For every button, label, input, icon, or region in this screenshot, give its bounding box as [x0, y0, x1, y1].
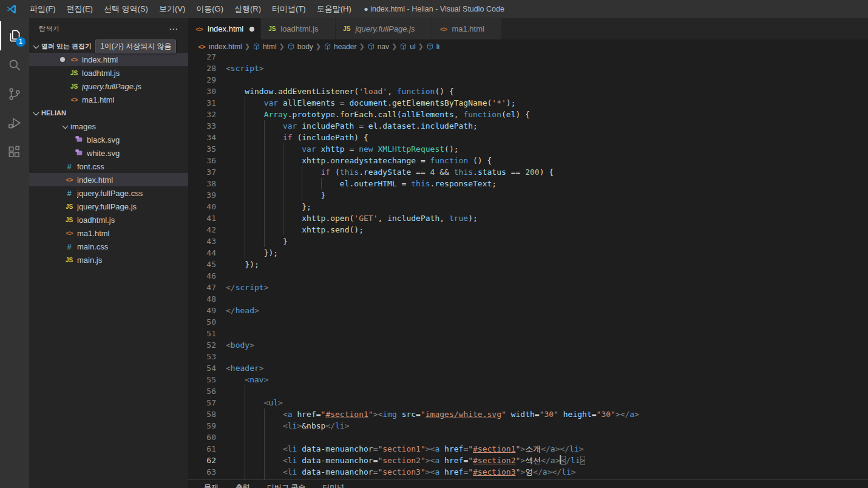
code-line[interactable]: 48 [188, 293, 868, 305]
panel-tab-문제[interactable]: 문제 [204, 483, 219, 488]
line-number[interactable]: 59 [188, 420, 216, 432]
code-line[interactable]: 38 el.outerHTML = this.responseText; [188, 178, 868, 189]
line-number[interactable]: 29 [188, 74, 216, 86]
breadcrumb-item-html[interactable]: html [253, 42, 277, 51]
file-item-jquery.fullPage.css[interactable]: #jquery.fullPage.css [29, 186, 188, 200]
code-line[interactable]: 31 var allElements = document.getElement… [188, 97, 868, 109]
code-line[interactable]: 44 }); [188, 247, 868, 259]
breadcrumb-item-li[interactable]: li [426, 42, 439, 51]
menu-item[interactable]: 편집(E) [61, 0, 98, 18]
file-item-loadhtml.js[interactable]: JSloadhtml.js [29, 213, 188, 226]
code-line[interactable]: 33 var includePath = el.dataset.includeP… [188, 120, 868, 132]
line-number[interactable]: 62 [188, 455, 216, 466]
open-editor-item[interactable]: <>index.html [29, 53, 188, 66]
activity-run-debug-icon[interactable] [0, 109, 29, 138]
line-number[interactable]: 36 [188, 155, 216, 166]
line-number[interactable]: 60 [188, 432, 216, 443]
panel-tab-디버그 콘솔[interactable]: 디버그 콘솔 [267, 483, 305, 488]
breadcrumb-item-header[interactable]: header [324, 42, 356, 51]
menu-item[interactable]: 선택 영역(S) [98, 0, 154, 18]
line-number[interactable]: 58 [188, 408, 216, 420]
code-line[interactable]: 55 <nav> [188, 374, 868, 385]
open-editor-item[interactable]: JSjquery.fullPage.js [29, 80, 188, 93]
code-line[interactable]: 35 var xhttp = new XMLHttpRequest(); [188, 143, 868, 155]
code-line[interactable]: 60 [188, 432, 868, 443]
line-number[interactable]: 35 [188, 143, 216, 155]
code-line[interactable]: 64 <li data-menuanchor="section4"><a hre… [188, 478, 868, 480]
file-item-main.css[interactable]: #main.css [29, 240, 188, 253]
code-line[interactable]: 47</script> [188, 282, 868, 293]
line-number[interactable]: 45 [188, 259, 216, 270]
open-editor-item[interactable]: JSloadhtml.js [29, 66, 188, 80]
menu-item[interactable]: 보기(V) [154, 0, 191, 18]
line-number[interactable]: 63 [188, 466, 216, 478]
menu-item[interactable]: 이동(G) [191, 0, 229, 18]
line-number[interactable]: 54 [188, 362, 216, 374]
code-line[interactable]: 52<body> [188, 339, 868, 351]
line-number[interactable]: 64 [188, 478, 216, 480]
code-line[interactable]: 41 xhttp.open('GET', includePath, true); [188, 212, 868, 224]
file-item-main.js[interactable]: JSmain.js [29, 253, 188, 266]
workspace-section-header[interactable]: HELIAN [29, 106, 188, 120]
breadcrumb-item-index.html[interactable]: <>index.html [197, 42, 242, 51]
code-line[interactable]: 46 [188, 270, 868, 282]
file-item-font.css[interactable]: #font.css [29, 160, 188, 173]
code-line[interactable]: 34 if (includePath) { [188, 132, 868, 143]
code-line[interactable]: 29 [188, 74, 868, 86]
menu-item[interactable]: 도움말(H) [311, 0, 357, 18]
line-number[interactable]: 40 [188, 201, 216, 212]
code-line[interactable]: 32 Array.prototype.forEach.call(allEleme… [188, 109, 868, 120]
file-item-index.html[interactable]: <>index.html [29, 173, 188, 186]
line-number[interactable]: 31 [188, 97, 216, 109]
code-line[interactable]: 53 [188, 351, 868, 362]
line-number[interactable]: 28 [188, 63, 216, 74]
file-item-white.svg[interactable]: white.svg [29, 146, 188, 160]
code-line[interactable]: 58 <a href="#section1"><img src="images/… [188, 408, 868, 420]
code-line[interactable]: 43 } [188, 236, 868, 247]
activity-explorer-icon[interactable]: 1 [0, 21, 29, 50]
line-number[interactable]: 49 [188, 305, 216, 316]
line-number[interactable]: 57 [188, 397, 216, 408]
code-line[interactable]: 49</head> [188, 305, 868, 316]
line-number[interactable]: 51 [188, 328, 216, 339]
activity-search-icon[interactable] [0, 50, 29, 80]
ellipsis-icon[interactable]: ⋯ [169, 24, 178, 35]
tab-loadhtml.js[interactable]: JSloadhtml.js [261, 18, 336, 39]
line-number[interactable]: 50 [188, 316, 216, 328]
activity-source-control-icon[interactable] [0, 80, 29, 109]
file-item-ma1.html[interactable]: <>ma1.html [29, 226, 188, 240]
code-line[interactable]: 42 xhttp.send(); [188, 224, 868, 236]
line-number[interactable]: 37 [188, 166, 216, 178]
open-editor-item[interactable]: <>ma1.html [29, 93, 188, 106]
code-line[interactable]: 39 } [188, 189, 868, 201]
line-number[interactable]: 38 [188, 178, 216, 189]
panel-tab-출력[interactable]: 출력 [236, 483, 250, 488]
code-line[interactable]: 37 if (this.readyState == 4 && this.stat… [188, 166, 868, 178]
code-line[interactable]: 30 window.addEventListener('load', funct… [188, 86, 868, 97]
line-number[interactable]: 43 [188, 236, 216, 247]
menu-item[interactable]: 터미널(T) [266, 0, 311, 18]
folder-item-images[interactable]: images [29, 120, 188, 133]
code-line[interactable]: 50 [188, 316, 868, 328]
panel-tab-터미널[interactable]: 터미널 [322, 483, 344, 488]
line-number[interactable]: 41 [188, 212, 216, 224]
code-line[interactable]: 57 <ul> [188, 397, 868, 408]
code-line[interactable]: 36 xhttp.onreadystatechange = function (… [188, 155, 868, 166]
code-line[interactable]: 56 [188, 385, 868, 397]
tab-ma1.html[interactable]: <>ma1.html [432, 18, 501, 39]
code-line[interactable]: 61 <li data-menuanchor="section1"><a hre… [188, 443, 868, 455]
code-line[interactable]: 59 <li>&nbsp</li> [188, 420, 868, 432]
file-item-black.svg[interactable]: black.svg [29, 133, 188, 146]
open-editors-section-header[interactable]: 열려 있는 편집기 1이(가) 저장되지 않음 [29, 39, 188, 53]
code-editor[interactable]: 2728<script>2930 window.addEventListener… [188, 53, 868, 480]
menu-item[interactable]: 파일(F) [24, 0, 61, 18]
menu-item[interactable]: 실행(R) [229, 0, 266, 18]
breadcrumb-item-ul[interactable]: ul [399, 42, 415, 51]
file-item-jquery.fullPage.js[interactable]: JSjquery.fullPage.js [29, 200, 188, 213]
code-line[interactable]: 54<header> [188, 362, 868, 374]
code-line[interactable]: 51 [188, 328, 868, 339]
line-number[interactable]: 30 [188, 86, 216, 97]
line-number[interactable]: 27 [188, 53, 216, 63]
line-number[interactable]: 61 [188, 443, 216, 455]
code-line[interactable]: 63 <li data-menuanchor="section3"><a hre… [188, 466, 868, 478]
